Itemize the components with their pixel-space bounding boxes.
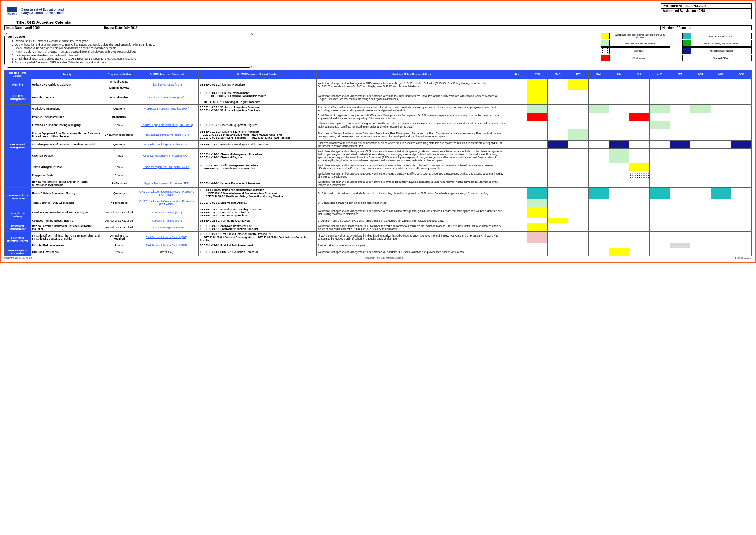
month-cell	[507, 140, 527, 149]
activity-cell: OHS Risk Register	[31, 90, 103, 104]
reference-link[interactable]: Hazardous Building Material Procedure	[144, 143, 189, 146]
table-row: OHS Hazard ManagementWorkplace Inspectio…	[5, 104, 752, 113]
month-cell	[690, 223, 711, 231]
month-cell	[507, 223, 527, 231]
month-cell	[609, 79, 629, 90]
element-cell: Contractor Management	[5, 223, 31, 231]
activity-cell: Chemical Register	[31, 149, 103, 163]
activity-cell: Plant & Equipment Risk Management Forms,…	[31, 129, 103, 140]
month-cell	[507, 187, 527, 199]
activity-cell: First Aid Officer Training, First Aid Su…	[31, 231, 103, 242]
authorised-by: Authorised By: Manager EHU	[661, 8, 751, 13]
month-cell	[507, 171, 527, 179]
month-cell	[650, 248, 670, 256]
month-cell	[527, 187, 548, 199]
instruction-item: Print the Calendar in A3 and locate in a…	[15, 50, 250, 54]
month-cell	[548, 248, 568, 256]
month-cell	[527, 104, 548, 113]
month-cell	[690, 218, 711, 223]
table-row: Conduct Training Needs AnalysisAnnual or…	[5, 218, 752, 223]
month-cell	[650, 90, 670, 104]
frequency-cell: Annual	[103, 248, 135, 256]
month-cell	[507, 149, 527, 163]
reference-link[interactable]: OHS Risk Management (PDF)	[149, 96, 184, 99]
reference-link[interactable]: Hygiene Management Procedure (PDF)	[144, 182, 190, 185]
month-cell	[731, 149, 751, 163]
document-title: Title: OHS Activities Calendar	[4, 19, 752, 25]
month-cell	[609, 163, 629, 171]
month-cell	[507, 231, 527, 242]
month-cell	[731, 171, 751, 179]
reference-link[interactable]: Traffic Management Plan (Word - 463Kb)	[143, 165, 190, 169]
reference-link[interactable]: Induction & Training (PDF)	[152, 211, 182, 214]
month-cell	[670, 231, 690, 242]
month-cell	[588, 104, 609, 113]
month-cell	[629, 248, 650, 256]
month-cell	[650, 149, 670, 163]
reference-link[interactable]: First Aid and Infection Control (PDF)	[146, 244, 188, 247]
frequency-cell: Annual	[103, 149, 135, 163]
month-cell	[670, 187, 690, 199]
victoria-logo-icon: Victoria	[5, 5, 19, 18]
month-cell	[629, 149, 650, 163]
reference-link[interactable]: Workplace Inspection Procedure (PDF)	[144, 107, 189, 110]
month-cell	[527, 129, 548, 140]
reference-link[interactable]: Electrical Equipment Procedure (PDF - 42…	[141, 124, 193, 127]
month-cell	[670, 218, 690, 223]
reference-link[interactable]: Plant and Equipment Procedure (PDF)	[145, 133, 189, 136]
month-cell	[629, 207, 650, 218]
month-cell	[690, 140, 711, 149]
docno-cell: DEE EHU-17-1-1 Chemical Management Proce…	[198, 149, 316, 163]
reference-cell: Induction & Training (PDF)	[135, 218, 198, 223]
month-cell	[568, 121, 588, 129]
month-cell	[548, 242, 568, 248]
month-cell	[548, 129, 568, 140]
legend-item: OHS Committee Chair	[682, 33, 752, 40]
docno-cell: DEE EHU-26-1-1 Induction and Training Pr…	[198, 207, 316, 218]
month-cell	[568, 90, 588, 104]
activity-cell: First Aid Risk Assessment	[31, 242, 103, 248]
month-cell	[731, 104, 751, 113]
table-header-row: DEECD OHSMS ElementActivityFrequency of …	[5, 70, 752, 79]
month-cell	[527, 248, 548, 256]
activity-cell: Conduct OHS Induction of all New Employe…	[31, 207, 103, 218]
frequency-cell: Bi-annually	[103, 113, 135, 121]
frequency-cell: Annual	[103, 242, 135, 248]
month-cell	[650, 223, 670, 231]
docno-cell: DEE EHU-15-2-1 Electrical Equipment Regi…	[198, 121, 316, 129]
month-cell	[527, 223, 548, 231]
reference-link[interactable]: Contractor Management (PDF)	[149, 226, 184, 229]
month-cell	[690, 79, 711, 90]
month-cell	[629, 231, 650, 242]
reference-link[interactable]: Planning Procedure (PDF)	[152, 83, 182, 86]
activity-cell: Workplace Inspections	[31, 104, 103, 113]
month-cell	[609, 129, 629, 140]
col-header: OHSMS Reference Document	[135, 70, 198, 79]
guidance-cell: Undertake Training Needs Analysis on an …	[316, 218, 507, 223]
month-cell	[609, 113, 629, 121]
footer-right: printed 5/23/2011	[735, 257, 752, 259]
reference-link[interactable]: Induction & Training (PDF)	[152, 219, 182, 222]
reference-link[interactable]: OHS Consultation & Communication Procedu…	[139, 190, 194, 196]
month-cell	[548, 231, 568, 242]
reference-cell: Electrical Equipment Procedure (PDF - 42…	[135, 121, 198, 129]
reference-link[interactable]: Chemical Management Procedure (PDF)	[143, 154, 190, 157]
element-cell: First Aid & Infection Control	[5, 231, 31, 248]
month-cell	[711, 248, 731, 256]
month-cell	[670, 199, 690, 207]
reference-cell: OHS Consultation & Communication Procedu…	[135, 199, 198, 207]
reference-link[interactable]: First Aid and Infection Control (PDF)	[146, 236, 188, 239]
frequency-cell: 2 Yearly or as Required	[103, 129, 135, 140]
reference-cell: Plant and Equipment Procedure (PDF)	[135, 129, 198, 140]
month-cell	[527, 231, 548, 242]
month-cell	[548, 79, 568, 90]
month-cell	[670, 223, 690, 231]
legend-item: Health & Safety Representative	[682, 40, 752, 47]
docno-cell: DEE EHU-27-1-1 First Aid and Infection C…	[198, 231, 316, 242]
month-cell	[650, 140, 670, 149]
guidance-cell: OHS Committee should meet quarterly. Min…	[316, 187, 507, 199]
reference-link[interactable]: OHS Consultation & Communication Procedu…	[139, 200, 194, 206]
month-cell	[588, 121, 609, 129]
reference-cell: OHS Consultation & Communication Procedu…	[135, 187, 198, 199]
month-cell	[650, 187, 670, 199]
